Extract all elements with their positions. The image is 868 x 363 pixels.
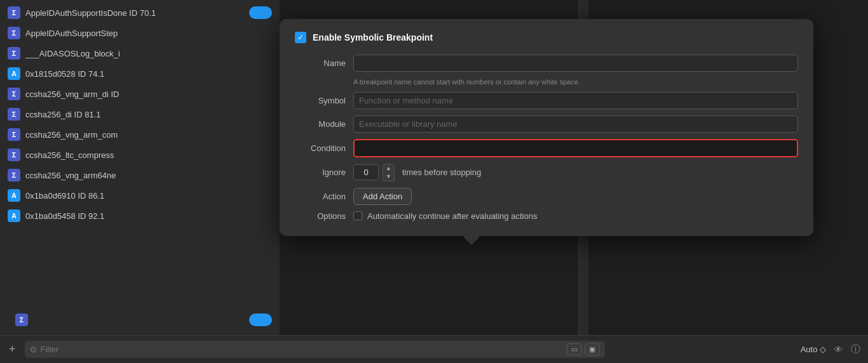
list-item[interactable]: A 0x1ba0d5458 ID 92.1: [0, 206, 280, 226]
a-badge: A: [8, 67, 20, 80]
popover-header: ✓ Enable Symbolic Breakpoint: [295, 32, 798, 43]
list-item[interactable]: Σ AppleIDAuthSupportIsDone ID 70.1: [0, 3, 280, 23]
info-icon[interactable]: ⓘ: [851, 343, 860, 355]
enable-checkbox[interactable]: ✓: [295, 32, 306, 43]
filter-icons-right: ▭ ▣: [567, 343, 600, 355]
options-label: Options: [295, 211, 346, 221]
sigma-badge: Σ: [8, 128, 20, 141]
a-badge: A: [8, 189, 20, 202]
list-item[interactable]: Σ AppleIDAuthSupportStep: [0, 23, 280, 43]
list-item[interactable]: Σ ccsha256_vng_arm_di ID: [0, 84, 280, 104]
action-row: Action Add Action: [295, 188, 798, 205]
item-label: ccsha256_vng_arm_com: [25, 130, 118, 140]
item-label: AppleIDAuthSupportStep: [25, 29, 118, 38]
eye-icon[interactable]: 👁: [834, 344, 843, 355]
item-label: 0x1815d0528 ID 74.1: [25, 69, 104, 79]
options-row: Options Automatically continue after eva…: [295, 211, 798, 221]
bottom-bar-right: Auto ◇ 👁 ⓘ: [610, 335, 868, 363]
list-item[interactable]: Σ ccsha256_vng_arm64ne: [0, 165, 280, 185]
condition-label: Condition: [295, 143, 346, 153]
item-label: ___AIDASOSLog_block_i: [25, 49, 120, 58]
auto-continue-checkbox[interactable]: [353, 211, 362, 220]
name-row: Name: [295, 55, 798, 72]
left-panel: Σ AppleIDAuthSupportIsDone ID 70.1 Σ App…: [0, 0, 280, 363]
sigma-badge: Σ: [8, 148, 20, 161]
condition-row: Condition: [295, 139, 798, 157]
module-input[interactable]: [353, 116, 798, 133]
bottom-toolbar: + ⊙ ▭ ▣: [0, 335, 610, 363]
sigma-badge: Σ: [8, 108, 20, 121]
list-item[interactable]: Σ ___AIDASOSLog_block_i: [0, 43, 280, 63]
filter-icon-left[interactable]: ▭: [567, 343, 582, 355]
item-label: ccsha256_vng_arm64ne: [25, 171, 116, 180]
auto-continue-label: Automatically continue after evaluating …: [367, 211, 537, 221]
sigma-badge: Σ: [8, 169, 20, 182]
stepper-down-icon[interactable]: ▼: [383, 173, 394, 181]
ignore-row: Ignore ▲ ▼ times before stopping: [295, 164, 798, 182]
condition-input[interactable]: [353, 139, 798, 157]
symbol-row: Symbol: [295, 92, 798, 109]
popover-title: Enable Symbolic Breakpoint: [313, 32, 433, 43]
item-label: ccsha256_ltc_compress: [25, 150, 114, 160]
breakpoint-list: Σ AppleIDAuthSupportIsDone ID 70.1 Σ App…: [0, 0, 280, 226]
stepper-arrows[interactable]: ▲ ▼: [383, 164, 395, 182]
module-label: Module: [295, 119, 346, 129]
list-item[interactable]: Σ ccsha256_ltc_compress: [0, 145, 280, 165]
filter-wrap: ⊙ ▭ ▣: [25, 341, 605, 358]
add-button[interactable]: +: [5, 341, 20, 357]
name-input[interactable]: [353, 55, 798, 72]
item-label: ccsha256_di ID 81.1: [25, 110, 101, 119]
a-badge: A: [8, 209, 20, 222]
symbol-input[interactable]: [353, 92, 798, 109]
filter-icon: ⊙: [30, 345, 37, 354]
filter-icon-right[interactable]: ▣: [585, 343, 600, 355]
action-label: Action: [295, 192, 346, 201]
item-label: AppleIDAuthSupportIsDone ID 70.1: [25, 8, 156, 18]
list-item[interactable]: A 0x1815d0528 ID 74.1: [0, 63, 280, 84]
item-label: 0x1ba0d5458 ID 92.1: [25, 211, 104, 221]
add-action-button[interactable]: Add Action: [353, 188, 412, 205]
stepper-wrap: ▲ ▼ times before stopping: [353, 164, 481, 182]
sigma-badge: Σ: [8, 88, 20, 100]
ignore-count-input[interactable]: [353, 164, 379, 180]
stepper-up-icon[interactable]: ▲: [383, 164, 394, 173]
list-item[interactable]: Σ ccsha256_di ID 81.1: [0, 104, 280, 124]
symbolic-breakpoint-popover: ✓ Enable Symbolic Breakpoint Name A brea…: [280, 19, 813, 236]
filter-input[interactable]: [41, 345, 563, 354]
toggle-switch-bottom[interactable]: [249, 314, 272, 326]
list-item[interactable]: Σ ccsha256_vng_arm_com: [0, 124, 280, 145]
list-item[interactable]: A 0x1ba0d6910 ID 86.1: [0, 185, 280, 206]
name-hint: A breakpoint name cannot start with numb…: [353, 78, 798, 86]
popover-arrow: [464, 236, 479, 248]
toggle-switch[interactable]: [249, 6, 272, 19]
sigma-badge: Σ: [8, 47, 20, 60]
sigma-badge: Σ: [8, 6, 20, 19]
item-label: ccsha256_vng_arm_di ID: [25, 89, 119, 99]
ignore-suffix: times before stopping: [402, 168, 481, 177]
module-row: Module: [295, 116, 798, 133]
item-label: 0x1ba0d6910 ID 86.1: [25, 191, 104, 201]
sigma-badge: Σ: [8, 27, 20, 39]
sigma-badge-bottom: Σ: [15, 314, 28, 326]
symbol-label: Symbol: [295, 96, 346, 105]
ignore-label: Ignore: [295, 168, 346, 177]
name-label: Name: [295, 58, 346, 68]
auto-select-button[interactable]: Auto ◇: [801, 345, 826, 354]
